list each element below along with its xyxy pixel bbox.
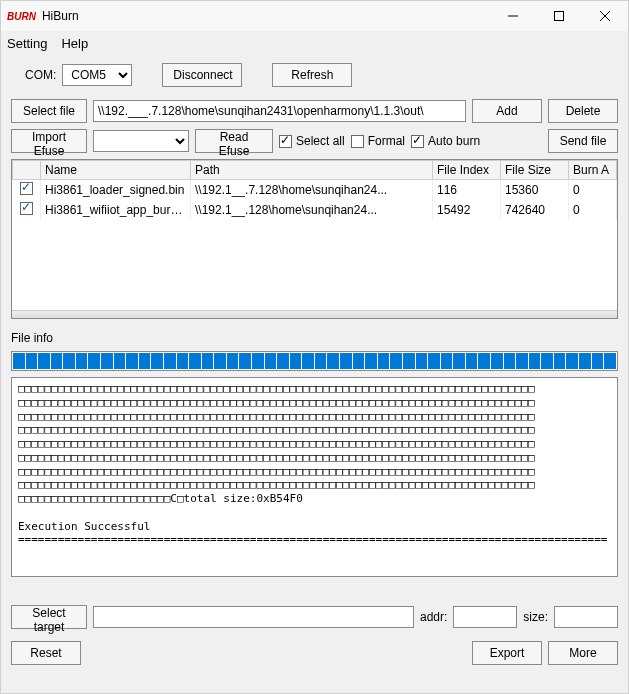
table-header-path[interactable]: Path — [191, 161, 433, 180]
row-checkbox[interactable] — [20, 182, 33, 195]
addr-input[interactable] — [453, 606, 517, 628]
horizontal-scrollbar[interactable] — [12, 310, 617, 318]
export-button[interactable]: Export — [472, 641, 542, 665]
progress-segment — [252, 353, 264, 369]
progress-segment — [51, 353, 63, 369]
progress-segment — [277, 353, 289, 369]
menu-help[interactable]: Help — [61, 36, 88, 51]
check-icon — [411, 135, 424, 148]
progress-segment — [114, 353, 126, 369]
console-output: □□□□□□□□□□□□□□□□□□□□□□□□□□□□□□□□□□□□□□□□… — [11, 377, 618, 577]
maximize-button[interactable] — [536, 1, 582, 31]
progress-segment — [126, 353, 138, 369]
import-efuse-button[interactable]: Import Efuse — [11, 129, 87, 153]
cell-burn-addr: 0 — [569, 200, 617, 220]
progress-segment — [592, 353, 604, 369]
progress-segment — [340, 353, 352, 369]
progress-segment — [290, 353, 302, 369]
progress-segment — [378, 353, 390, 369]
progress-segment — [416, 353, 428, 369]
send-file-button[interactable]: Send file — [548, 129, 618, 153]
close-button[interactable] — [582, 1, 628, 31]
select-file-button[interactable]: Select file — [11, 99, 87, 123]
com-select[interactable]: COM5 — [62, 64, 132, 86]
progress-segment — [239, 353, 251, 369]
progress-segment — [453, 353, 465, 369]
cell-file-size: 15360 — [501, 180, 569, 201]
progress-segment — [491, 353, 503, 369]
table-header-row: Name Path File Index File Size Burn A — [13, 161, 617, 180]
progress-segment — [504, 353, 516, 369]
cell-path: \\192.1__.128\home\sunqihan24... — [191, 200, 433, 220]
target-input[interactable] — [93, 606, 414, 628]
progress-segment — [227, 353, 239, 369]
progress-segment — [365, 353, 377, 369]
progress-segment — [202, 353, 214, 369]
cell-file-index: 116 — [433, 180, 501, 201]
progress-segment — [13, 353, 25, 369]
progress-segment — [390, 353, 402, 369]
progress-segment — [478, 353, 490, 369]
read-efuse-button[interactable]: Read Efuse — [195, 129, 273, 153]
progress-segment — [76, 353, 88, 369]
progress-segment — [139, 353, 151, 369]
table-row[interactable]: Hi3861_wifiiot_app_burn...\\192.1__.128\… — [13, 200, 617, 220]
table-header-burn-addr[interactable]: Burn A — [569, 161, 617, 180]
progress-segment — [604, 353, 616, 369]
cell-burn-addr: 0 — [569, 180, 617, 201]
formal-checkbox[interactable]: Formal — [351, 134, 405, 148]
cell-name: Hi3861_wifiiot_app_burn... — [41, 200, 191, 220]
size-input[interactable] — [554, 606, 618, 628]
progress-segment — [177, 353, 189, 369]
progress-segment — [164, 353, 176, 369]
table-header-check[interactable] — [13, 161, 41, 180]
progress-segment — [315, 353, 327, 369]
delete-button[interactable]: Delete — [548, 99, 618, 123]
progress-segment — [88, 353, 100, 369]
row-checkbox[interactable] — [20, 202, 33, 215]
formal-label: Formal — [368, 134, 405, 148]
select-all-label: Select all — [296, 134, 345, 148]
progress-segment — [38, 353, 50, 369]
table-header-file-index[interactable]: File Index — [433, 161, 501, 180]
com-label: COM: — [25, 68, 56, 82]
progress-segment — [302, 353, 314, 369]
progress-bar — [11, 351, 618, 371]
check-icon — [351, 135, 364, 148]
progress-segment — [189, 353, 201, 369]
table-header-file-size[interactable]: File Size — [501, 161, 569, 180]
disconnect-button[interactable]: Disconnect — [162, 63, 242, 87]
add-button[interactable]: Add — [472, 99, 542, 123]
efuse-select[interactable] — [93, 130, 189, 152]
progress-segment — [566, 353, 578, 369]
more-button[interactable]: More — [548, 641, 618, 665]
menubar: Setting Help — [1, 31, 628, 55]
menu-setting[interactable]: Setting — [7, 36, 47, 51]
minimize-button[interactable] — [490, 1, 536, 31]
cell-name: Hi3861_loader_signed.bin — [41, 180, 191, 201]
file-path-input[interactable] — [93, 100, 466, 122]
file-table: Name Path File Index File Size Burn A Hi… — [11, 159, 618, 319]
table-header-name[interactable]: Name — [41, 161, 191, 180]
progress-segment — [516, 353, 528, 369]
progress-segment — [554, 353, 566, 369]
progress-segment — [403, 353, 415, 369]
cell-file-index: 15492 — [433, 200, 501, 220]
reset-button[interactable]: Reset — [11, 641, 81, 665]
progress-segment — [26, 353, 38, 369]
progress-segment — [101, 353, 113, 369]
progress-segment — [428, 353, 440, 369]
progress-segment — [63, 353, 75, 369]
cell-file-size: 742640 — [501, 200, 569, 220]
select-target-button[interactable]: Select target — [11, 605, 87, 629]
progress-segment — [327, 353, 339, 369]
select-all-checkbox[interactable]: Select all — [279, 134, 345, 148]
auto-burn-label: Auto burn — [428, 134, 480, 148]
window-title: HiBurn — [42, 9, 490, 23]
progress-segment — [529, 353, 541, 369]
table-row[interactable]: Hi3861_loader_signed.bin\\192.1__.7.128\… — [13, 180, 617, 201]
auto-burn-checkbox[interactable]: Auto burn — [411, 134, 480, 148]
refresh-button[interactable]: Refresh — [272, 63, 352, 87]
file-info-label: File info — [11, 331, 618, 345]
progress-segment — [151, 353, 163, 369]
